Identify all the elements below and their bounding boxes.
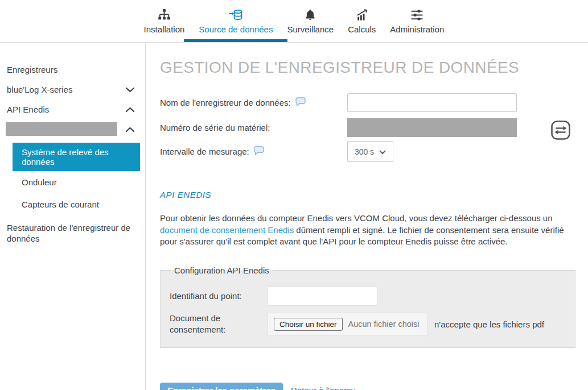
sidebar-item-site[interactable]	[0, 119, 145, 139]
chevron-down-icon	[125, 87, 135, 93]
sidebar-item-systeme-de-releve[interactable]: Système de relevé des données	[13, 143, 140, 171]
sidebar-item-capteurs-de-courant[interactable]: Capteurs de courant	[0, 193, 145, 215]
save-settings-button[interactable]: Enregistrer les paramètres	[160, 383, 283, 390]
sliders-icon	[410, 7, 424, 23]
sidebar-item-label: API Enedis	[7, 105, 49, 114]
nav-item-source-de-donnees[interactable]: Source de données	[196, 0, 275, 42]
form-actions: Enregistrer les paramètres Retour à l'ap…	[160, 383, 577, 390]
chevron-down-icon	[379, 147, 386, 156]
serial-number-redacted-value	[347, 118, 517, 137]
nav-item-administration[interactable]: Administration	[388, 0, 446, 42]
sidebar-item-label: Restauration de l'enregistreur de donnée…	[7, 223, 130, 243]
consent-document-link[interactable]: document de consentement Enedis	[160, 225, 294, 235]
tooltip-bubble-icon[interactable]	[295, 97, 306, 108]
consent-file-input[interactable]: Choisir un fichier Aucun fichier choisi	[268, 313, 427, 336]
logger-name-input[interactable]	[347, 93, 517, 112]
page-title: GESTION DE L'ENREGISTREUR DE DONNÉES	[160, 59, 577, 77]
sidebar-item-label: Onduleur	[22, 177, 57, 187]
org-chart-icon	[157, 7, 171, 23]
api-enedis-description: Pour obtenir les données du compteur Ene…	[160, 213, 577, 248]
sidebar-item-api-enedis[interactable]: API Enedis	[0, 99, 145, 119]
chevron-up-icon	[125, 125, 135, 134]
consent-document-label: Document de consentement:	[170, 313, 268, 335]
serial-number-label: Numéro de série du matériel:	[160, 123, 347, 132]
choose-file-button[interactable]: Choisir un fichier	[274, 318, 343, 331]
file-type-hint: n'accepte que les fichiers pdf	[434, 320, 544, 329]
sidebar: Enregistreurs blue'Log X-series API Ened…	[0, 43, 146, 390]
database-arrow-icon	[228, 7, 244, 23]
nav-label: Source de données	[199, 24, 273, 34]
fieldset-legend: Configuration API Enedis	[171, 265, 273, 275]
nav-label: Installation	[144, 24, 185, 34]
api-enedis-heading: API ENEDIS	[160, 190, 577, 200]
swap-logger-button[interactable]	[550, 120, 571, 140]
nav-item-installation[interactable]: Installation	[142, 0, 187, 42]
logger-name-label: Nom de l'enregistreur de données:	[160, 97, 347, 108]
interval-label: Intervalle de mesurage:	[160, 146, 347, 157]
nav-item-calculs[interactable]: Calculs	[346, 0, 378, 42]
sidebar-item-restauration[interactable]: Restauration de l'enregistreur de donnée…	[0, 215, 145, 244]
bell-icon	[303, 7, 317, 23]
top-navigation: Installation Source de données	[0, 0, 588, 43]
nav-label: Administration	[390, 24, 444, 34]
swap-arrows-icon	[550, 120, 571, 140]
sidebar-item-bluelog-x-series[interactable]: blue'Log X-series	[0, 80, 145, 99]
nav-label: Surveillance	[287, 24, 334, 34]
tooltip-bubble-icon[interactable]	[254, 146, 264, 157]
nav-bar: Installation Source de données	[142, 0, 447, 42]
sidebar-item-onduleur[interactable]: Onduleur	[0, 171, 145, 193]
file-status-text: Aucun fichier choisi	[348, 320, 420, 329]
page: Installation Source de données	[0, 0, 588, 390]
redacted-site-name	[6, 122, 117, 136]
sidebar-item-enregistreurs[interactable]: Enregistreurs	[0, 60, 145, 80]
interval-selected-value: 300 s	[355, 147, 374, 156]
back-to-overview-link[interactable]: Retour à l'aperçu	[291, 385, 356, 390]
chart-icon	[355, 7, 369, 23]
point-id-input[interactable]	[268, 287, 377, 306]
sidebar-item-label: Enregistreurs	[7, 65, 57, 74]
sidebar-item-label: Capteurs de courant	[22, 200, 99, 209]
nav-item-surveillance[interactable]: Surveillance	[285, 0, 336, 42]
sidebar-item-label: blue'Log X-series	[7, 85, 72, 94]
active-tab-underline	[184, 39, 287, 42]
nav-label: Calculs	[348, 24, 376, 34]
main-content: GESTION DE L'ENREGISTREUR DE DONNÉES Nom…	[146, 43, 588, 390]
sidebar-item-label: Système de relevé des données	[22, 147, 109, 167]
chevron-up-icon	[125, 107, 135, 113]
interval-select[interactable]: 300 s	[347, 141, 393, 162]
point-id-label: Identifiant du point:	[170, 291, 268, 302]
config-api-enedis-fieldset: Configuration API Enedis Identifiant du …	[160, 265, 575, 348]
